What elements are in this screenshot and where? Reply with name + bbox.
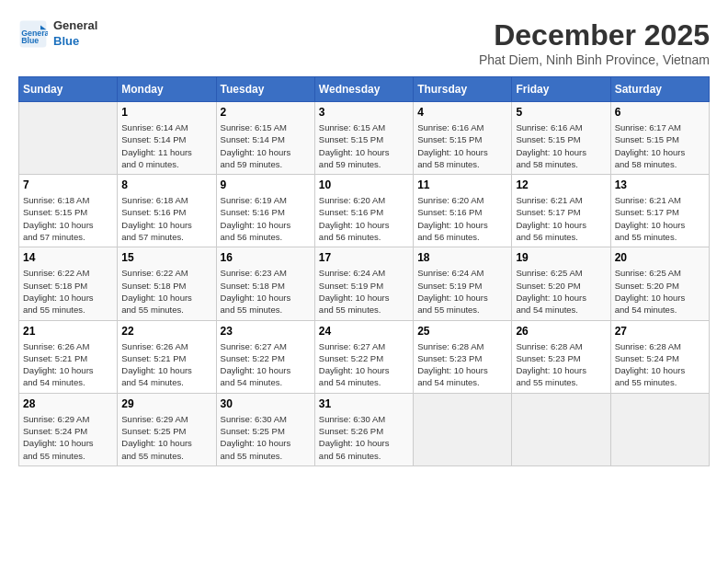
- calendar-cell: 10Sunrise: 6:20 AM Sunset: 5:16 PM Dayli…: [314, 175, 413, 247]
- week-row-4: 21Sunrise: 6:26 AM Sunset: 5:21 PM Dayli…: [19, 320, 710, 393]
- day-number: 28: [23, 397, 113, 410]
- calendar-cell: 27Sunrise: 6:28 AM Sunset: 5:24 PM Dayli…: [610, 320, 709, 393]
- day-number: 8: [121, 178, 211, 191]
- day-info: Sunrise: 6:27 AM Sunset: 5:22 PM Dayligh…: [319, 340, 409, 389]
- day-number: 20: [615, 251, 705, 264]
- day-info: Sunrise: 6:22 AM Sunset: 5:18 PM Dayligh…: [121, 267, 211, 316]
- day-info: Sunrise: 6:28 AM Sunset: 5:23 PM Dayligh…: [417, 340, 507, 389]
- header-cell-monday: Monday: [118, 77, 216, 102]
- calendar-cell: [610, 393, 709, 465]
- day-info: Sunrise: 6:21 AM Sunset: 5:17 PM Dayligh…: [516, 194, 606, 243]
- calendar-cell: 20Sunrise: 6:25 AM Sunset: 5:20 PM Dayli…: [610, 247, 709, 320]
- day-number: 15: [121, 251, 211, 264]
- calendar-cell: 23Sunrise: 6:27 AM Sunset: 5:22 PM Dayli…: [216, 320, 314, 393]
- day-number: 4: [417, 106, 507, 119]
- day-number: 7: [23, 178, 113, 191]
- day-number: 22: [121, 325, 211, 338]
- day-info: Sunrise: 6:30 AM Sunset: 5:25 PM Dayligh…: [221, 413, 311, 462]
- day-number: 24: [319, 325, 409, 338]
- day-info: Sunrise: 6:30 AM Sunset: 5:26 PM Dayligh…: [319, 413, 409, 462]
- month-title: December 2025: [479, 18, 710, 52]
- day-info: Sunrise: 6:24 AM Sunset: 5:19 PM Dayligh…: [319, 267, 409, 316]
- logo-icon: General Blue: [18, 19, 48, 49]
- calendar-cell: 24Sunrise: 6:27 AM Sunset: 5:22 PM Dayli…: [314, 320, 413, 393]
- week-row-2: 7Sunrise: 6:18 AM Sunset: 5:15 PM Daylig…: [19, 175, 710, 247]
- day-number: 9: [221, 178, 311, 191]
- location-subtitle: Phat Diem, Ninh Binh Province, Vietnam: [479, 52, 710, 67]
- day-info: Sunrise: 6:29 AM Sunset: 5:25 PM Dayligh…: [121, 413, 211, 462]
- day-info: Sunrise: 6:17 AM Sunset: 5:15 PM Dayligh…: [615, 121, 705, 170]
- day-number: 25: [417, 325, 507, 338]
- calendar-header: SundayMondayTuesdayWednesdayThursdayFrid…: [19, 77, 710, 102]
- day-info: Sunrise: 6:20 AM Sunset: 5:16 PM Dayligh…: [417, 194, 507, 243]
- day-info: Sunrise: 6:25 AM Sunset: 5:20 PM Dayligh…: [615, 267, 705, 316]
- day-number: 6: [615, 106, 705, 119]
- day-number: 14: [23, 251, 113, 264]
- day-info: Sunrise: 6:25 AM Sunset: 5:20 PM Dayligh…: [516, 267, 606, 316]
- week-row-1: 1Sunrise: 6:14 AM Sunset: 5:14 PM Daylig…: [19, 102, 710, 175]
- day-info: Sunrise: 6:14 AM Sunset: 5:14 PM Dayligh…: [121, 121, 211, 170]
- day-info: Sunrise: 6:29 AM Sunset: 5:24 PM Dayligh…: [23, 413, 113, 462]
- logo-text: GeneralBlue: [53, 18, 97, 50]
- day-info: Sunrise: 6:15 AM Sunset: 5:14 PM Dayligh…: [221, 121, 311, 170]
- header-cell-friday: Friday: [512, 77, 610, 102]
- day-info: Sunrise: 6:16 AM Sunset: 5:15 PM Dayligh…: [417, 121, 507, 170]
- day-number: 1: [121, 106, 211, 119]
- day-number: 16: [221, 251, 311, 264]
- header-cell-tuesday: Tuesday: [216, 77, 314, 102]
- calendar-cell: 31Sunrise: 6:30 AM Sunset: 5:26 PM Dayli…: [314, 393, 413, 465]
- day-info: Sunrise: 6:26 AM Sunset: 5:21 PM Dayligh…: [121, 340, 211, 389]
- calendar-cell: 26Sunrise: 6:28 AM Sunset: 5:23 PM Dayli…: [512, 320, 610, 393]
- logo: General Blue GeneralBlue: [18, 18, 97, 50]
- calendar-cell: 13Sunrise: 6:21 AM Sunset: 5:17 PM Dayli…: [610, 175, 709, 247]
- day-info: Sunrise: 6:16 AM Sunset: 5:15 PM Dayligh…: [516, 121, 606, 170]
- header-cell-saturday: Saturday: [610, 77, 709, 102]
- calendar-cell: 2Sunrise: 6:15 AM Sunset: 5:14 PM Daylig…: [216, 102, 314, 175]
- calendar-cell: 18Sunrise: 6:24 AM Sunset: 5:19 PM Dayli…: [414, 247, 512, 320]
- day-info: Sunrise: 6:23 AM Sunset: 5:18 PM Dayligh…: [221, 267, 311, 316]
- day-number: 18: [417, 251, 507, 264]
- day-info: Sunrise: 6:24 AM Sunset: 5:19 PM Dayligh…: [417, 267, 507, 316]
- week-row-5: 28Sunrise: 6:29 AM Sunset: 5:24 PM Dayli…: [19, 393, 710, 465]
- day-number: 12: [516, 178, 606, 191]
- day-number: 30: [221, 397, 311, 410]
- calendar-cell: 17Sunrise: 6:24 AM Sunset: 5:19 PM Dayli…: [314, 247, 413, 320]
- calendar-cell: 30Sunrise: 6:30 AM Sunset: 5:25 PM Dayli…: [216, 393, 314, 465]
- day-info: Sunrise: 6:21 AM Sunset: 5:17 PM Dayligh…: [615, 194, 705, 243]
- day-number: 27: [615, 325, 705, 338]
- calendar-cell: 12Sunrise: 6:21 AM Sunset: 5:17 PM Dayli…: [512, 175, 610, 247]
- header-cell-wednesday: Wednesday: [314, 77, 413, 102]
- day-number: 10: [319, 178, 409, 191]
- calendar-cell: 22Sunrise: 6:26 AM Sunset: 5:21 PM Dayli…: [118, 320, 216, 393]
- day-info: Sunrise: 6:28 AM Sunset: 5:24 PM Dayligh…: [615, 340, 705, 389]
- header-cell-sunday: Sunday: [19, 77, 118, 102]
- calendar-cell: 28Sunrise: 6:29 AM Sunset: 5:24 PM Dayli…: [19, 393, 118, 465]
- svg-text:Blue: Blue: [21, 36, 39, 45]
- day-info: Sunrise: 6:26 AM Sunset: 5:21 PM Dayligh…: [23, 340, 113, 389]
- header-cell-thursday: Thursday: [414, 77, 512, 102]
- calendar-cell: 8Sunrise: 6:18 AM Sunset: 5:16 PM Daylig…: [118, 175, 216, 247]
- calendar-cell: [512, 393, 610, 465]
- day-info: Sunrise: 6:18 AM Sunset: 5:16 PM Dayligh…: [121, 194, 211, 243]
- day-number: 26: [516, 325, 606, 338]
- calendar-cell: 5Sunrise: 6:16 AM Sunset: 5:15 PM Daylig…: [512, 102, 610, 175]
- calendar-cell: 3Sunrise: 6:15 AM Sunset: 5:15 PM Daylig…: [314, 102, 413, 175]
- header-row: SundayMondayTuesdayWednesdayThursdayFrid…: [19, 77, 710, 102]
- calendar-cell: 4Sunrise: 6:16 AM Sunset: 5:15 PM Daylig…: [414, 102, 512, 175]
- calendar-body: 1Sunrise: 6:14 AM Sunset: 5:14 PM Daylig…: [19, 102, 710, 466]
- day-info: Sunrise: 6:19 AM Sunset: 5:16 PM Dayligh…: [221, 194, 311, 243]
- calendar-cell: [19, 102, 118, 175]
- day-number: 31: [319, 397, 409, 410]
- day-number: 17: [319, 251, 409, 264]
- day-number: 21: [23, 325, 113, 338]
- day-number: 3: [319, 106, 409, 119]
- day-number: 19: [516, 251, 606, 264]
- calendar-cell: 14Sunrise: 6:22 AM Sunset: 5:18 PM Dayli…: [19, 247, 118, 320]
- calendar-cell: 25Sunrise: 6:28 AM Sunset: 5:23 PM Dayli…: [414, 320, 512, 393]
- day-number: 23: [221, 325, 311, 338]
- calendar-cell: [414, 393, 512, 465]
- calendar-cell: 11Sunrise: 6:20 AM Sunset: 5:16 PM Dayli…: [414, 175, 512, 247]
- day-number: 29: [121, 397, 211, 410]
- day-info: Sunrise: 6:27 AM Sunset: 5:22 PM Dayligh…: [221, 340, 311, 389]
- day-info: Sunrise: 6:15 AM Sunset: 5:15 PM Dayligh…: [319, 121, 409, 170]
